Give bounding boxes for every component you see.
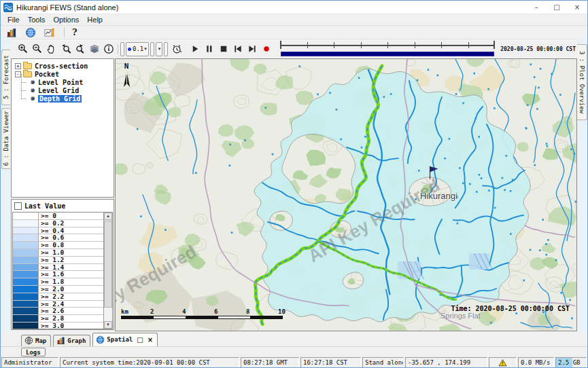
legend-swatch [13, 227, 39, 235]
tab-restore-icon[interactable]: □ [137, 336, 143, 344]
north-arrow: N [121, 62, 132, 92]
legend-swatch [13, 286, 39, 293]
warning-dropdown[interactable]: ▾ [156, 42, 163, 56]
legend-swatch [13, 301, 39, 308]
legend-swatch [13, 271, 39, 278]
status-alerts [489, 357, 517, 368]
status-system-time: Current system time:2020-09-01 00:00 CST [60, 357, 239, 368]
threshold-value: 0.1 [133, 45, 143, 52]
zoom-previous-button[interactable] [58, 42, 73, 56]
zoom-next-button[interactable] [73, 42, 87, 56]
tree-item-cross-section[interactable]: +Cross-section [12, 62, 114, 70]
info-button[interactable] [101, 42, 116, 56]
legend-swatch [13, 315, 39, 323]
threshold-dropdown[interactable]: 0.1▾ [126, 42, 149, 56]
legend-class-label: >= 1.2 [39, 257, 103, 264]
tab-forecast[interactable]: 5 : Forecast [1, 50, 10, 105]
tree-item-label: Level Point [38, 79, 83, 86]
zoom-out-button[interactable] [30, 42, 44, 56]
layer-tree: +Cross-section-PocketLevel PointLevel Gr… [11, 58, 114, 198]
legend-swatch [13, 278, 39, 286]
legend-swatch [13, 249, 39, 257]
help-button[interactable]: ? [72, 27, 77, 37]
menu-options[interactable]: Options [49, 16, 83, 24]
scale-segment [122, 316, 154, 318]
labels-button[interactable] [150, 42, 154, 56]
tab-graph[interactable]: Graph [53, 335, 90, 346]
step-backward-button[interactable] [230, 42, 245, 56]
minimize-button[interactable]: – [526, 1, 547, 14]
logs-button[interactable]: Logs [21, 348, 46, 356]
legend-row: >= 0.2 [13, 220, 103, 227]
grid-display-button[interactable] [120, 42, 124, 56]
close-button[interactable]: × [567, 1, 587, 14]
dropdown-arrow-icon[interactable]: ▾ [158, 46, 161, 52]
expander-icon[interactable]: + [15, 63, 21, 69]
play-button[interactable] [188, 42, 202, 56]
legend-class-label: >= 2.2 [39, 293, 103, 301]
scroll-down-icon[interactable]: ▼ [104, 321, 112, 329]
window-title: Hikurangi FEWS (Stand alone) [16, 3, 118, 12]
bullet-icon [31, 96, 35, 100]
legend-swatch [13, 293, 39, 301]
bullet-icon [31, 88, 35, 92]
scale-segment [186, 316, 218, 318]
timeseries-display-button[interactable] [43, 26, 56, 38]
toolbar-separator [118, 44, 118, 54]
legend-swatch [13, 308, 39, 315]
app-icon [3, 3, 13, 12]
tree-item-pocket[interactable]: -Pocket [12, 70, 114, 78]
tab-spatial[interactable]: Spatial □ × [92, 333, 158, 346]
spatial-display-button[interactable] [24, 26, 37, 38]
logs-row: Logs [1, 346, 587, 356]
scale-tick-label: 10 [278, 308, 286, 315]
toolbar-separator [64, 27, 65, 37]
menu-file[interactable]: File [3, 16, 24, 24]
timer-button[interactable] [169, 42, 184, 56]
last-value-checkbox[interactable] [14, 202, 22, 210]
tab-close-icon[interactable]: × [148, 336, 153, 344]
menu-tools[interactable]: Tools [24, 16, 50, 24]
layers-button[interactable] [87, 42, 101, 56]
folder-icon [23, 63, 32, 69]
map-toolbar: 0.1▾▾ 2020-08-25 00:00:00 CST [10, 39, 577, 58]
bullet-icon [31, 80, 35, 84]
dropdown-arrow-icon[interactable]: ▾ [144, 46, 147, 52]
tree-item-depth-grid[interactable]: Depth Grid [12, 94, 114, 103]
scale-tick-label: 2 [150, 308, 154, 315]
maximize-button[interactable]: □ [547, 1, 567, 14]
tree-item-level-grid[interactable]: Level Grid [12, 86, 114, 94]
warning-icon [498, 359, 507, 367]
bar-chart-icon [56, 336, 65, 345]
map-view[interactable]: API Key RequiredAPI Key Required N km 24… [115, 58, 577, 331]
left-panel: +Cross-section-PocketLevel PointLevel Gr… [10, 58, 115, 331]
pause-button[interactable] [202, 42, 216, 56]
status-local-time: 16:27:18 CST [300, 357, 361, 368]
database-display-button[interactable] [5, 26, 18, 38]
bottom-tab-bar: Map Graph Spatial □ × [1, 331, 587, 346]
expander-icon[interactable]: - [15, 71, 21, 77]
scale-segment [218, 316, 250, 318]
status-gmt-time: 08:27:18 GMT [241, 357, 299, 368]
record-button[interactable] [259, 42, 273, 56]
scroll-up-icon[interactable]: ▲ [104, 213, 112, 220]
scale-unit: km [121, 308, 128, 315]
animation-button[interactable] [164, 42, 168, 56]
menu-bar: FileToolsOptionsHelp [1, 14, 587, 26]
place-label-hikurangi: Hikurangi [420, 191, 457, 201]
zoom-in-button[interactable] [16, 42, 30, 56]
scrollbar-thumb[interactable] [104, 221, 112, 308]
timeline-slider[interactable] [280, 41, 495, 57]
pan-button[interactable] [44, 42, 58, 56]
flood-extent-layer [254, 69, 530, 322]
menu-help[interactable]: Help [83, 16, 107, 24]
tree-item-level-point[interactable]: Level Point [12, 78, 114, 86]
legend-swatch [13, 242, 39, 249]
tab-data-viewer[interactable]: 6 : Data Viewer [1, 108, 10, 169]
legend-scrollbar[interactable]: ▲ ▼ [103, 213, 112, 329]
tab-map[interactable]: Map [21, 335, 51, 346]
step-forward-button[interactable] [245, 42, 259, 56]
left-tab-strip: 5 : Forecast 6 : Data Viewer [1, 39, 10, 331]
stop-button[interactable] [216, 42, 230, 56]
tab-plot-overview[interactable]: 3 : Plot Overview [577, 44, 587, 120]
